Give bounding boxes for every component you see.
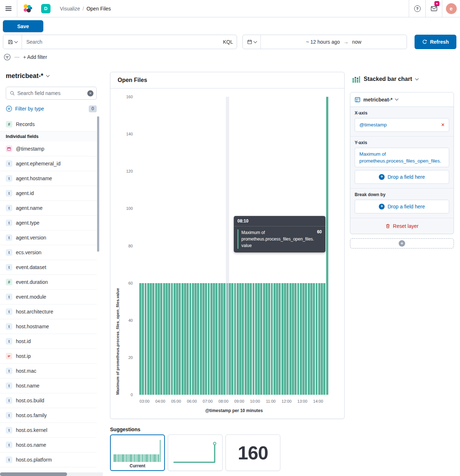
field-item-host.ip[interactable]: IPhost.ip: [0, 349, 97, 364]
bar-65[interactable]: [310, 283, 312, 395]
bar-13[interactable]: [174, 283, 176, 395]
clear-search-icon[interactable]: ×: [87, 90, 93, 96]
bar-51[interactable]: [273, 283, 276, 395]
field-item-agent.type[interactable]: tagent.type: [0, 216, 97, 230]
bar-17[interactable]: [184, 283, 186, 395]
bar-46[interactable]: [260, 283, 262, 395]
field-item-event.module[interactable]: tevent.module: [0, 290, 97, 304]
x-axis-field[interactable]: @timestamp: [359, 121, 438, 128]
field-item-records[interactable]: # Records: [0, 117, 97, 131]
bar-49[interactable]: [268, 283, 270, 395]
bar-63[interactable]: [305, 283, 307, 395]
suggestion-metric[interactable]: 160: [225, 434, 280, 471]
field-item-host.os.build[interactable]: thost.os.build: [0, 393, 97, 408]
bar-47[interactable]: [263, 283, 265, 395]
bar-37[interactable]: [237, 283, 239, 395]
bar-14[interactable]: [176, 283, 178, 395]
bar-21[interactable]: [194, 283, 197, 395]
bar-62[interactable]: [302, 283, 305, 395]
bar-35[interactable]: [231, 283, 233, 395]
bar-59[interactable]: [294, 283, 297, 395]
time-range-display[interactable]: ~ 12 hours ago → now: [261, 35, 407, 49]
remove-dimension-icon[interactable]: ×: [438, 122, 444, 128]
field-item-host.os.family[interactable]: thost.os.family: [0, 408, 97, 423]
bar-66[interactable]: [313, 283, 315, 395]
bar-55[interactable]: [284, 283, 286, 395]
reset-layer-button[interactable]: Reset layer: [350, 218, 454, 234]
bar-60[interactable]: [297, 283, 299, 395]
field-item-host.os.name[interactable]: thost.os.name: [0, 438, 97, 453]
bar-19[interactable]: [189, 283, 192, 395]
field-item-agent.id[interactable]: tagent.id: [0, 186, 97, 201]
bar-4[interactable]: [150, 283, 152, 395]
bar-36[interactable]: [234, 283, 236, 395]
y-axis-field[interactable]: Maximum of prometheus.process_files_open…: [359, 151, 444, 164]
bar-16[interactable]: [181, 283, 184, 395]
bar-32[interactable]: [223, 283, 225, 395]
bar-5[interactable]: [152, 283, 154, 395]
bar-28[interactable]: [213, 283, 215, 395]
time-range-from[interactable]: ~ 12 hours ago: [306, 39, 340, 45]
bar-40[interactable]: [245, 283, 247, 395]
field-item-host.name[interactable]: thost.name: [0, 378, 97, 393]
bar-2[interactable]: [145, 283, 147, 395]
filter-by-type-button[interactable]: Filter by type 0: [6, 103, 97, 114]
bar-15[interactable]: [179, 283, 181, 395]
bar-61[interactable]: [300, 283, 302, 395]
field-item-host.architecture[interactable]: thost.architecture: [0, 304, 97, 319]
bar-42[interactable]: [250, 283, 252, 395]
y-axis-dimension[interactable]: Maximum of prometheus.process_files_open…: [355, 148, 449, 167]
bar-27[interactable]: [210, 283, 213, 395]
bar-12[interactable]: [171, 283, 173, 395]
add-layer-button[interactable]: +: [350, 238, 454, 248]
bar-30[interactable]: [218, 283, 220, 395]
field-item-agent.version[interactable]: tagent.version: [0, 230, 97, 245]
bar-26[interactable]: [208, 283, 210, 395]
bar-45[interactable]: [258, 283, 260, 395]
bar-57[interactable]: [289, 283, 292, 395]
bar-7[interactable]: [158, 283, 160, 395]
bar-23[interactable]: [200, 283, 202, 395]
bar-11[interactable]: [168, 283, 170, 395]
field-item-host.id[interactable]: thost.id: [0, 334, 97, 349]
bar-70[interactable]: [323, 283, 325, 395]
bar-43[interactable]: [253, 283, 255, 395]
field-item-host.os.platform[interactable]: thost.os.platform: [0, 453, 97, 467]
field-item-event.dataset[interactable]: tevent.dataset: [0, 260, 97, 275]
x-axis-dimension[interactable]: @timestamp ×: [355, 118, 449, 132]
bar-52[interactable]: [276, 283, 278, 395]
bar-41[interactable]: [247, 283, 249, 395]
bar-56[interactable]: [286, 283, 289, 395]
bar-44[interactable]: [255, 283, 257, 395]
kql-toggle[interactable]: KQL: [219, 35, 237, 49]
bar-67[interactable]: [316, 283, 318, 395]
bar-1[interactable]: [142, 283, 144, 395]
bar-38[interactable]: [239, 283, 241, 395]
field-item-event.duration[interactable]: #event.duration: [0, 275, 97, 290]
bar-58[interactable]: [292, 283, 294, 395]
bar-24[interactable]: [202, 283, 205, 395]
bar-39[interactable]: [242, 283, 244, 395]
bar-64[interactable]: [308, 283, 310, 395]
field-item-@timestamp[interactable]: @timestamp: [0, 142, 97, 156]
add-filter-button[interactable]: + Add filter: [23, 54, 47, 60]
suggestion-current[interactable]: Current: [110, 434, 165, 471]
bar-54[interactable]: [281, 283, 284, 395]
bar-10[interactable]: [166, 283, 168, 395]
bar-18[interactable]: [187, 283, 189, 395]
date-picker-button[interactable]: [243, 35, 261, 49]
horizontal-scroll-thumb[interactable]: [0, 472, 67, 476]
time-range-to[interactable]: now: [352, 39, 362, 45]
bar-9[interactable]: [163, 283, 165, 395]
y-axis-drop-field[interactable]: + Drop a field here: [355, 170, 449, 184]
bar-3[interactable]: [147, 283, 149, 395]
chart-type-switcher[interactable]: Stacked bar chart: [352, 75, 418, 83]
field-item-host.hostname[interactable]: thost.hostname: [0, 319, 97, 334]
bar-20[interactable]: [192, 283, 194, 395]
bar-53[interactable]: [279, 283, 281, 395]
bar-25[interactable]: [205, 283, 207, 395]
break-down-drop-field[interactable]: + Drop a field here: [355, 200, 449, 213]
search-input[interactable]: [22, 35, 219, 49]
help-button[interactable]: ?: [409, 0, 425, 17]
bar-31[interactable]: [221, 283, 223, 395]
